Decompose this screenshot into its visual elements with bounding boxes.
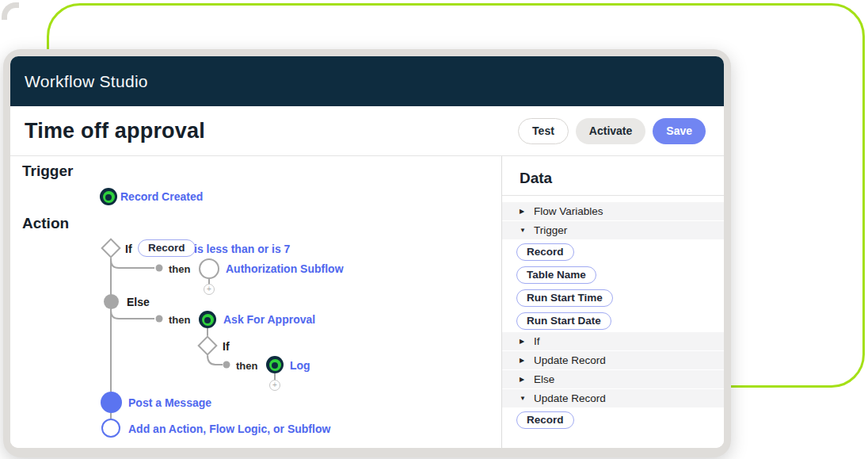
chevron-down-icon[interactable]: ▼ <box>520 395 527 402</box>
add-action-circle-icon[interactable] <box>101 419 120 438</box>
data-pill-row: Table Name <box>502 263 724 286</box>
nested-if-label: If <box>223 340 230 353</box>
data-pill[interactable]: Run Start Date <box>516 312 611 330</box>
data-pill-row: Run Start Date <box>502 309 724 332</box>
ask-for-approval-icon-ring <box>202 314 214 326</box>
add-step-plus-icon-2[interactable]: + <box>269 380 280 391</box>
app-title: Workflow Studio <box>25 72 148 91</box>
workflow-studio-window: Workflow Studio Time off approval Test A… <box>10 56 724 448</box>
data-tree-row[interactable]: ▼Trigger <box>502 221 724 240</box>
flow-connectors <box>10 156 501 448</box>
data-tree-row[interactable]: ▶Flow Variables <box>502 202 724 221</box>
flow-canvas: Trigger Record Created Action If Record … <box>10 156 501 448</box>
trigger-section-heading: Trigger <box>22 163 73 180</box>
data-tree-label: Else <box>534 373 554 385</box>
data-pill-row: Run Start Time <box>502 286 724 309</box>
activate-button[interactable]: Activate <box>576 118 645 144</box>
data-panel-rows: ▶Flow Variables▼TriggerRecordTable NameR… <box>502 196 724 431</box>
data-pill[interactable]: Run Start Time <box>516 289 613 307</box>
chevron-right-icon[interactable]: ▶ <box>520 376 527 383</box>
chevron-right-icon[interactable]: ▶ <box>520 357 527 364</box>
record-condition-pill[interactable]: Record <box>138 239 196 257</box>
background-corner-decoration <box>2 2 19 20</box>
authorization-subflow-node[interactable]: Authorization Subflow <box>226 262 344 275</box>
add-action-node[interactable]: Add an Action, Flow Logic, or Subflow <box>128 423 330 435</box>
ask-for-approval-icon[interactable] <box>199 311 216 328</box>
if-diamond-icon[interactable] <box>101 238 120 258</box>
data-tree-label: If <box>534 335 540 347</box>
ask-for-approval-node[interactable]: Ask For Approval <box>223 313 315 326</box>
flow-title: Time off approval <box>25 119 205 143</box>
else-label: Else <box>127 296 150 308</box>
data-tree-row[interactable]: ▶Update Record <box>502 351 724 370</box>
record-created-icon-ring <box>103 191 115 203</box>
data-tree-label: Update Record <box>534 354 606 366</box>
then-label-1: then <box>169 263 190 275</box>
action-section-heading: Action <box>22 215 69 232</box>
ask-for-approval-icon-core <box>204 317 211 323</box>
data-tree-row[interactable]: ▼Update Record <box>502 389 724 408</box>
data-tree-label: Flow Variables <box>534 205 603 217</box>
data-pill[interactable]: Table Name <box>516 266 596 284</box>
authorization-subflow-icon[interactable] <box>199 258 219 279</box>
data-tree-label: Trigger <box>534 224 567 236</box>
condition-text[interactable]: is less than or is 7 <box>194 243 290 255</box>
save-button[interactable]: Save <box>653 118 706 144</box>
data-pill-row: Record <box>502 408 724 431</box>
data-tree-label: Update Record <box>534 392 606 404</box>
data-pill[interactable]: Record <box>516 243 574 261</box>
data-tree-row[interactable]: ▶Else <box>502 370 724 389</box>
data-pill-row: Record <box>502 240 724 263</box>
then-label-3: then <box>236 360 257 372</box>
if-label: If <box>125 243 132 255</box>
then-label-2: then <box>169 314 190 326</box>
chevron-right-icon[interactable]: ▶ <box>520 338 527 345</box>
record-created-node[interactable]: Record Created <box>120 190 203 203</box>
screenshot-stage: Workflow Studio Time off approval Test A… <box>0 0 868 459</box>
log-icon[interactable] <box>266 356 284 373</box>
else-circle-icon[interactable] <box>104 294 119 309</box>
data-panel-heading: Data <box>502 156 724 196</box>
post-message-circle-icon[interactable] <box>101 392 122 413</box>
data-panel: Data ▶Flow Variables▼TriggerRecordTable … <box>501 156 724 448</box>
add-step-plus-icon-1[interactable]: + <box>204 284 215 295</box>
chevron-down-icon[interactable]: ▼ <box>520 227 527 234</box>
log-icon-ring <box>269 359 281 371</box>
log-icon-core <box>272 362 278 369</box>
toolbar-buttons: Test Activate Save <box>518 118 706 144</box>
post-message-node[interactable]: Post a Message <box>128 396 211 409</box>
data-tree-row[interactable]: ▶If <box>502 332 724 351</box>
nested-if-diamond-icon[interactable] <box>197 335 217 355</box>
chevron-right-icon[interactable]: ▶ <box>520 208 527 215</box>
test-button[interactable]: Test <box>518 118 569 144</box>
app-header: Workflow Studio <box>10 56 724 106</box>
data-pill[interactable]: Record <box>516 411 574 429</box>
record-created-icon[interactable] <box>100 188 117 205</box>
record-created-icon-core <box>105 194 112 201</box>
log-node[interactable]: Log <box>290 359 310 372</box>
flow-toolbar: Time off approval Test Activate Save <box>10 106 724 156</box>
